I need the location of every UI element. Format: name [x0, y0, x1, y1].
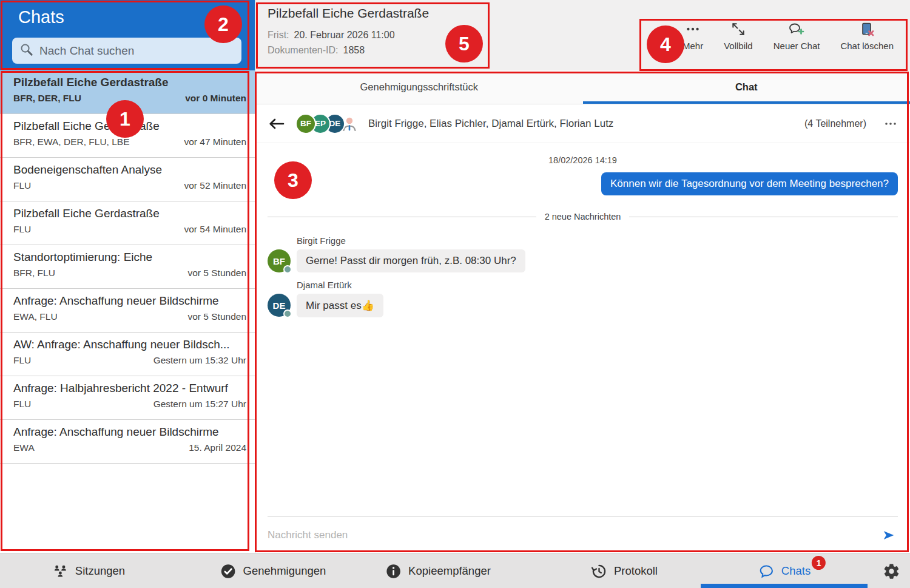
chat-members: BFR, DER, FLU: [13, 93, 81, 104]
chat-title: Pilzbefall Eiche Gerdastraße: [13, 76, 246, 89]
fullscreen-button[interactable]: Vollbild: [713, 21, 763, 51]
chat-sidebar: Chats Pilzbefall Eiche Gerdastraße BFR, …: [0, 0, 255, 553]
chat-title: Pilzbefall Eiche Gerdastraße: [13, 120, 246, 133]
chat-members: EWA: [13, 442, 35, 453]
info-circle-icon: [385, 563, 402, 580]
tab-chat[interactable]: Chat: [583, 70, 910, 104]
outgoing-message-row: Können wir die Tagesordnung vor dem Meet…: [268, 172, 898, 195]
chat-application: Chats Pilzbefall Eiche Gerdastraße BFR, …: [0, 0, 910, 588]
sidebar-title: Chats: [18, 7, 64, 27]
chat-bubble-icon: [758, 563, 775, 580]
message-input[interactable]: [268, 529, 880, 541]
nav-label-chats: Chats 1: [781, 564, 811, 578]
chat-title: Standortoptimierung: Eiche: [13, 251, 246, 264]
fullscreen-icon: [730, 21, 746, 38]
nav-active-indicator: [701, 584, 868, 588]
history-clock-icon: [591, 563, 607, 580]
chat-members: FLU: [13, 224, 31, 235]
unread-badge: 1: [812, 556, 826, 570]
nav-item-protokoll[interactable]: Protokoll: [591, 553, 658, 588]
chat-members: BFR, FLU: [13, 268, 55, 279]
participants-bar: BF EP DE Birgit Frigge, Elias Pichler, D…: [255, 104, 910, 143]
message-date: 18/02/2026 14:19: [268, 143, 898, 165]
chat-title: Anfrage: Anschaffung neuer Bildschirme: [13, 425, 246, 439]
chat-title: Pilzbefall Eiche Gerdastraße: [13, 207, 246, 220]
chat-list: Pilzbefall Eiche Gerdastraße BFR, DER, F…: [0, 70, 255, 553]
avatar-initials: BF: [273, 256, 285, 266]
chat-search-box[interactable]: [12, 38, 241, 64]
chat-list-item[interactable]: AW: Anfrage: Anschaffung neuer Bildsch..…: [0, 333, 255, 376]
nav-item-genehmigungen[interactable]: Genehmigungen: [220, 553, 326, 588]
chat-list-item[interactable]: Anfrage: Halbjahresbericht 2022 - Entwur…: [0, 376, 255, 420]
send-icon[interactable]: [880, 527, 898, 543]
message-composer: [268, 516, 898, 553]
participant-names: Birgit Frigge, Elias Pichler, Djamal Ert…: [368, 118, 613, 130]
document-id-label: Dokumenten-ID:: [268, 45, 339, 55]
more-label: Mehr: [682, 41, 703, 51]
new-messages-divider: 2 neue Nachrichten: [268, 212, 898, 221]
incoming-message-row: BF Gerne! Passt dir morgen früh, z.B. 08…: [268, 249, 898, 272]
chat-members: EWA, FLU: [13, 311, 58, 322]
message-list: 18/02/2026 14:19 Können wir die Tagesord…: [255, 143, 910, 516]
delete-chat-button[interactable]: Chat löschen: [830, 21, 904, 51]
incoming-message-row: DE Mir passt es👍: [268, 294, 898, 317]
chat-list-item[interactable]: Anfrage: Anschaffung neuer Bildschirme E…: [0, 289, 255, 333]
chat-time: Gestern um 15:27 Uhr: [153, 399, 246, 410]
chat-title: Anfrage: Halbjahresbericht 2022 - Entwur…: [13, 382, 246, 395]
chat-list-item[interactable]: Pilzbefall Eiche Gerdastraße BFR, DER, F…: [0, 70, 255, 114]
tab-genehmigungsschriftstueck[interactable]: Genehmigungsschriftstück: [255, 70, 583, 104]
back-button[interactable]: [268, 116, 286, 132]
nav-label-kopieempfaenger: Kopieempfänger: [408, 564, 491, 578]
nav-label-genehmigungen: Genehmigungen: [243, 564, 326, 578]
new-chat-icon: [788, 21, 805, 38]
delete-chat-icon: [858, 21, 875, 38]
frist-label: Frist:: [268, 30, 289, 40]
chat-main-panel: Pilzbefall Eiche Gerdastraße Frist:20. F…: [255, 0, 910, 553]
nav-item-kopieempfaenger[interactable]: Kopieempfänger: [385, 553, 491, 588]
incoming-message-bubble: Mir passt es👍: [297, 294, 383, 317]
chat-members: FLU: [13, 180, 31, 191]
chat-title: Anfrage: Anschaffung neuer Bildschirme: [13, 294, 246, 308]
outgoing-message-bubble: Können wir die Tagesordnung vor dem Meet…: [601, 172, 898, 195]
chat-toolbar: Mehr Vollbild Neuer Chat: [672, 21, 904, 51]
search-input[interactable]: [39, 44, 234, 58]
incoming-message-bubble: Gerne! Passt dir morgen früh, z.B. 08:30…: [297, 249, 525, 272]
chat-time: vor 47 Minuten: [184, 137, 246, 147]
delete-chat-label: Chat löschen: [840, 41, 894, 51]
chat-time: vor 54 Minuten: [184, 224, 246, 235]
chat-list-item[interactable]: Standortoptimierung: Eiche BFR, FLUvor 5…: [0, 245, 255, 289]
bottom-navigation: Sitzungen Genehmigungen Kopieempfänger P…: [0, 553, 910, 588]
nav-item-sitzungen[interactable]: Sitzungen: [52, 553, 125, 588]
nav-label-sitzungen: Sitzungen: [75, 564, 125, 578]
more-button[interactable]: Mehr: [672, 21, 713, 51]
document-title: Pilzbefall Eiche Gerdastraße: [268, 6, 429, 21]
chat-list-item[interactable]: Pilzbefall Eiche Gerdastraße FLUvor 54 M…: [0, 201, 255, 245]
chat-time: vor 52 Minuten: [184, 180, 246, 191]
chat-time: 15. April 2024: [189, 442, 246, 453]
chat-title: AW: Anfrage: Anschaffung neuer Bildsch..…: [13, 338, 246, 351]
participants-more-icon[interactable]: [883, 117, 898, 131]
nav-chats-text: Chats: [781, 564, 811, 577]
settings-gear-icon[interactable]: [883, 553, 900, 588]
avatar-bf: BF: [295, 113, 316, 134]
avatar-bf: BF: [268, 249, 291, 272]
new-chat-button[interactable]: Neuer Chat: [763, 21, 831, 51]
presence-dot: [283, 265, 292, 274]
presence-dot: [283, 309, 292, 318]
tab-bar: Genehmigungsschriftstück Chat: [255, 70, 910, 104]
search-icon: [19, 42, 33, 59]
document-info: Pilzbefall Eiche Gerdastraße Frist:20. F…: [268, 6, 429, 58]
new-chat-label: Neuer Chat: [774, 41, 820, 51]
chat-members: FLU: [13, 399, 31, 410]
chat-list-item[interactable]: Pilzbefall Eiche Gerdastraße BFR, EWA, D…: [0, 114, 255, 158]
more-horizontal-icon: [685, 21, 701, 38]
participant-count: (4 Teilnehmer): [804, 118, 866, 129]
nav-item-chats[interactable]: Chats 1: [758, 553, 811, 588]
chat-list-item[interactable]: Anfrage: Anschaffung neuer Bildschirme E…: [0, 420, 255, 464]
avatar-initials: DE: [273, 300, 286, 311]
chat-members: BFR, EWA, DER, FLU, LBE: [13, 137, 130, 147]
new-messages-label: 2 neue Nachrichten: [545, 212, 621, 221]
chat-time: vor 0 Minuten: [185, 93, 246, 104]
chat-members: FLU: [13, 355, 31, 366]
chat-list-item[interactable]: Bodeneigenschaften Analyse FLUvor 52 Min…: [0, 158, 255, 201]
